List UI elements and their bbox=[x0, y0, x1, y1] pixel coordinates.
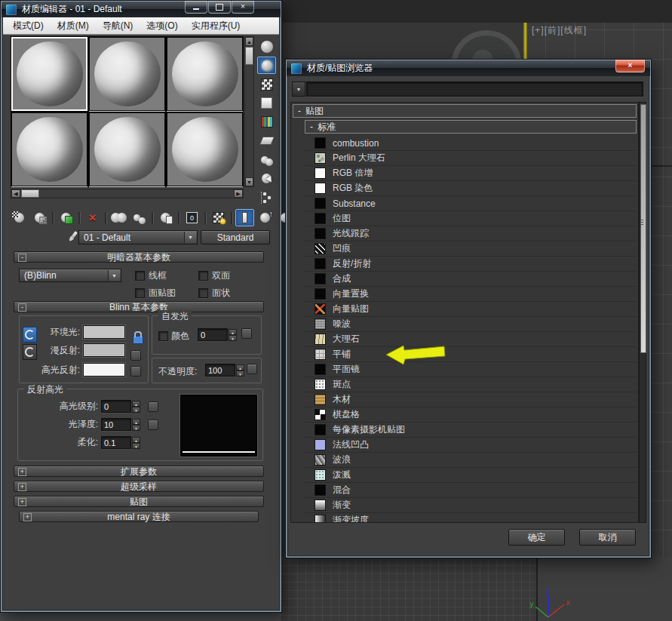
collapse-icon[interactable]: - bbox=[18, 303, 26, 312]
checkbox[interactable] bbox=[198, 288, 208, 298]
checkbox[interactable] bbox=[135, 271, 145, 281]
spinner-up-icon[interactable]: ▲ bbox=[132, 419, 140, 425]
map-list-item[interactable]: 向量置换 bbox=[305, 287, 637, 302]
map-list-item[interactable]: RGB 倍增 bbox=[305, 166, 637, 181]
spinner-down-icon[interactable]: ▼ bbox=[132, 443, 140, 449]
dropdown-arrow-icon[interactable]: ▼ bbox=[108, 270, 120, 281]
spinner-up-icon[interactable]: ▲ bbox=[132, 437, 140, 443]
spinner-down-icon[interactable]: ▼ bbox=[132, 407, 140, 413]
material-map-navigator-icon[interactable] bbox=[257, 189, 276, 206]
material-id-channel-icon[interactable]: 0 bbox=[183, 209, 201, 226]
map-list-item[interactable]: 向量贴图 bbox=[305, 302, 637, 317]
maximize-button[interactable] bbox=[208, 1, 231, 14]
show-end-result-icon[interactable] bbox=[235, 209, 254, 226]
group-header-standard[interactable]: - 标准 bbox=[305, 120, 637, 134]
spinner-down-icon[interactable]: ▼ bbox=[229, 335, 237, 341]
expand-icon[interactable]: + bbox=[18, 483, 26, 491]
rollout-header-collapsed-3[interactable]: +mental ray 连接 bbox=[19, 511, 259, 522]
vscroll-thumb[interactable] bbox=[245, 47, 253, 65]
scroll-up-icon[interactable]: ▲ bbox=[245, 37, 253, 46]
material-type-button[interactable]: Standard bbox=[201, 230, 270, 244]
dropdown-arrow-icon[interactable]: ▼ bbox=[184, 232, 196, 243]
map-list-item[interactable]: RGB 染色 bbox=[305, 181, 637, 196]
hscroll-thumb[interactable] bbox=[21, 189, 39, 198]
map-list-item[interactable]: 光线跟踪 bbox=[305, 226, 637, 241]
map-list-item[interactable]: 平铺 bbox=[305, 347, 637, 362]
browser-titlebar[interactable]: 材质/贴图浏览器 bbox=[287, 60, 650, 76]
group-header-maps[interactable]: - 贴图 bbox=[293, 104, 637, 118]
sample-slot[interactable] bbox=[167, 37, 243, 111]
collapse-icon[interactable]: - bbox=[18, 254, 26, 262]
go-to-parent-icon[interactable]: ↑ bbox=[256, 209, 275, 226]
map-list-item[interactable]: 每像素摄影机贴图 bbox=[305, 423, 637, 438]
scroll-down-icon[interactable]: ▼ bbox=[245, 177, 253, 186]
cancel-button[interactable]: 取消 bbox=[579, 529, 636, 546]
opacity-map-button[interactable] bbox=[247, 364, 257, 374]
assign-material-to-selection-icon[interactable] bbox=[57, 209, 75, 226]
list-scrollbar[interactable] bbox=[639, 102, 646, 523]
top-viewport-grid[interactable] bbox=[281, 557, 536, 621]
background-icon[interactable] bbox=[257, 75, 276, 93]
ok-button[interactable]: 确定 bbox=[508, 529, 565, 546]
specular-level-value[interactable]: 0 bbox=[101, 400, 131, 413]
menu-item-0[interactable]: 模式(D) bbox=[6, 17, 51, 35]
reset-map-icon[interactable]: × bbox=[83, 209, 102, 226]
map-list-item[interactable]: 混合 bbox=[305, 483, 637, 498]
checkbox[interactable] bbox=[198, 271, 208, 281]
map-list-item[interactable]: 渐变坡度 bbox=[305, 513, 637, 523]
map-list-item[interactable]: 反射/折射 bbox=[305, 257, 637, 272]
spinner-up-icon[interactable]: ▲ bbox=[236, 364, 244, 370]
sample-uv-tiling-icon[interactable] bbox=[257, 94, 276, 112]
map-list-item[interactable]: 波浪 bbox=[305, 453, 637, 468]
spinner-up-icon[interactable]: ▲ bbox=[132, 401, 140, 407]
menu-item-3[interactable]: 选项(O) bbox=[140, 17, 184, 35]
map-list-item[interactable]: Perlin 大理石 bbox=[305, 151, 637, 166]
sample-slot[interactable] bbox=[11, 37, 87, 111]
map-list-item[interactable]: 斑点 bbox=[305, 377, 637, 392]
rollout-header-collapsed-2[interactable]: +贴图 bbox=[14, 496, 264, 507]
backlight-icon[interactable] bbox=[257, 57, 276, 74]
self-illum-map-button[interactable] bbox=[241, 328, 252, 339]
lock-icon[interactable] bbox=[133, 336, 143, 344]
shader-basic-params-rollout-header[interactable]: - 明暗器基本参数 bbox=[14, 251, 264, 263]
glossiness-value[interactable]: 10 bbox=[101, 418, 131, 431]
search-options-button[interactable]: ▼ bbox=[292, 81, 305, 97]
diffuse-map-button[interactable] bbox=[130, 350, 141, 361]
put-material-to-scene-icon[interactable] bbox=[30, 209, 49, 226]
diffuse-color-swatch[interactable] bbox=[83, 343, 125, 357]
spinner-up-icon[interactable]: ▲ bbox=[229, 329, 237, 335]
map-list-item[interactable]: combustion bbox=[305, 136, 637, 151]
rollout-header-collapsed-1[interactable]: +超级采样 bbox=[14, 481, 264, 492]
map-list-item[interactable]: 凹痕 bbox=[305, 241, 637, 257]
shader-type-dropdown[interactable]: (B)Blinn ▼ bbox=[19, 269, 121, 282]
rollout-header-collapsed-0[interactable]: +扩展参数 bbox=[14, 466, 264, 477]
specular-level-map-button[interactable] bbox=[148, 401, 158, 412]
scroll-right-icon[interactable]: ▶ bbox=[234, 189, 243, 198]
map-list-item[interactable]: 泼溅 bbox=[305, 468, 637, 483]
blinn-basic-params-rollout-header[interactable]: - Blinn 基本参数 bbox=[14, 301, 264, 312]
map-list-item[interactable]: 木材 bbox=[305, 392, 637, 407]
checkbox[interactable] bbox=[135, 288, 145, 298]
search-input[interactable] bbox=[306, 81, 643, 97]
expand-icon[interactable]: + bbox=[18, 498, 26, 506]
sample-type-sphere-icon[interactable] bbox=[257, 38, 276, 55]
map-list-item[interactable]: 合成 bbox=[305, 272, 637, 287]
map-list-item[interactable]: 平面镜 bbox=[305, 362, 637, 377]
viewport-label[interactable]: [+][前][线框] bbox=[532, 24, 587, 37]
make-preview-icon[interactable] bbox=[257, 132, 276, 149]
material-name-dropdown[interactable]: 01 - Default ▼ bbox=[78, 230, 198, 244]
close-button[interactable]: × bbox=[232, 1, 254, 14]
self-illum-value[interactable]: 0 bbox=[198, 328, 228, 341]
ambient-color-swatch[interactable] bbox=[83, 325, 125, 339]
make-unique-icon[interactable] bbox=[130, 209, 149, 226]
menu-item-2[interactable]: 导航(N) bbox=[96, 17, 140, 35]
self-illum-color-checkbox[interactable] bbox=[158, 331, 168, 341]
video-color-check-icon[interactable] bbox=[257, 113, 276, 131]
map-list-item[interactable]: 噪波 bbox=[305, 317, 637, 332]
map-list-item[interactable]: 棋盘格 bbox=[305, 407, 637, 423]
expand-icon[interactable]: + bbox=[18, 468, 26, 476]
specular-color-swatch[interactable] bbox=[83, 363, 125, 377]
get-material-icon[interactable] bbox=[10, 209, 29, 226]
sample-slot[interactable] bbox=[11, 112, 87, 186]
map-list-item[interactable]: 大理石 bbox=[305, 332, 637, 347]
